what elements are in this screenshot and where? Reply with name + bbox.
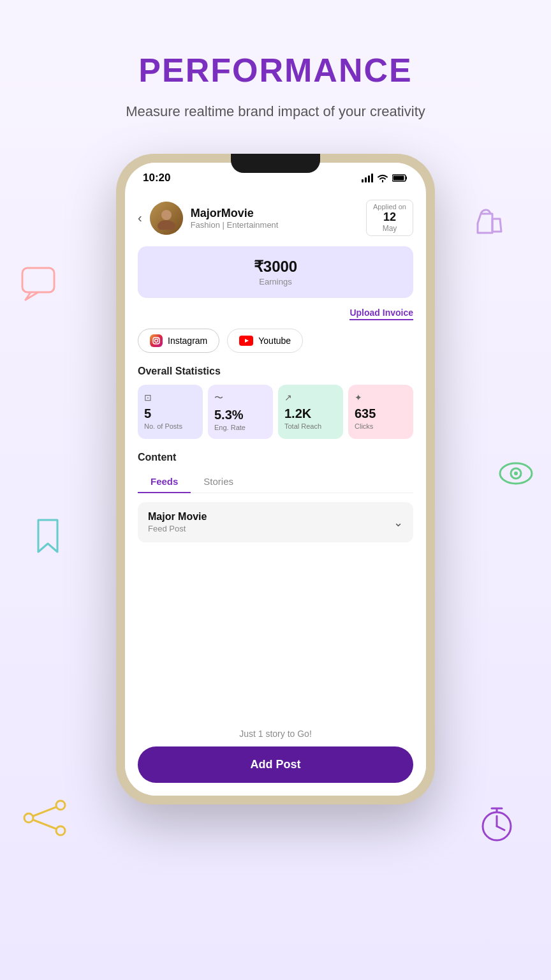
svg-point-23 [155,339,158,343]
story-hint: Just 1 story to Go! [138,729,413,739]
stat-posts-label: No. of Posts [144,422,196,430]
applied-month: May [373,224,406,233]
youtube-icon [239,336,253,346]
stats-grid: ⊡ 5 No. of Posts 〜 5.3% Eng. Rate ↗ 1.2K… [138,385,413,439]
tab-feeds[interactable]: Feeds [138,471,191,493]
platform-tabs: Instagram Youtube [138,329,413,353]
svg-line-11 [497,826,504,830]
avatar [150,202,183,235]
stat-card-posts: ⊡ 5 No. of Posts [138,385,203,439]
stat-reach-label: Total Reach [284,422,337,430]
stat-clicks-label: Clicks [355,422,407,430]
svg-line-8 [33,820,56,829]
stat-posts-icon: ⊡ [144,392,196,403]
earnings-card: ₹3000 Earnings [138,246,413,298]
wifi-icon [377,174,388,182]
battery-icon [392,174,408,182]
phone-frame: 10:20 [116,154,435,805]
stat-reach-value: 1.2K [284,406,337,421]
screen-content[interactable]: ‹ MajorMovie Fashion | Entertainment [125,184,426,729]
stat-clicks-value: 635 [355,406,407,421]
earnings-amount: ₹3000 [149,258,402,276]
svg-rect-17 [371,174,373,182]
profile-header: ‹ MajorMovie Fashion | Entertainment [138,200,413,236]
upload-invoice-link[interactable]: Upload Invoice [349,308,413,320]
stat-eng-icon: 〜 [214,392,267,404]
svg-rect-15 [365,177,367,182]
svg-point-6 [56,826,65,835]
campaign-item[interactable]: Major Movie Feed Post ⌄ [138,502,413,542]
page-subtitle: Measure realtime brand impact of your cr… [0,101,551,122]
profile-category: Fashion | Entertainment [191,220,358,230]
svg-point-9 [483,812,511,840]
youtube-label: Youtube [258,336,291,346]
svg-line-7 [33,807,56,816]
svg-point-4 [24,813,33,822]
campaign-name: Major Movie [148,511,207,523]
phone-notch [231,154,320,173]
avatar-person [155,207,178,230]
phone-mockup: 10:20 [0,154,551,805]
earnings-label: Earnings [149,277,402,286]
status-icons [362,174,408,182]
status-time: 10:20 [143,172,170,184]
stat-card-reach: ↗ 1.2K Total Reach [278,385,343,439]
stat-eng-label: Eng. Rate [214,424,267,431]
svg-point-21 [158,220,175,230]
bottom-section: Just 1 story to Go! Add Post [125,729,426,796]
add-post-button[interactable]: Add Post [138,746,413,783]
instagram-label: Instagram [168,336,207,346]
stat-card-engagement: 〜 5.3% Eng. Rate [208,385,273,439]
instagram-icon [150,334,163,347]
share-icon [22,799,67,840]
campaign-info: Major Movie Feed Post [148,511,207,533]
tab-stories[interactable]: Stories [191,471,246,493]
stat-reach-icon: ↗ [284,392,337,403]
content-section: Content Feeds Stories Major Movie Feed P… [138,452,413,542]
avatar-image [150,202,183,235]
platform-tab-instagram[interactable]: Instagram [138,329,219,353]
timer-icon [478,802,516,846]
svg-point-20 [161,210,172,220]
chevron-down-icon: ⌄ [393,516,403,530]
svg-rect-14 [362,179,364,182]
profile-info: MajorMovie Fashion | Entertainment [191,207,358,230]
svg-marker-25 [245,339,249,343]
stats-section-title: Overall Statistics [138,366,413,377]
stat-card-clicks: ✦ 635 Clicks [348,385,413,439]
stat-clicks-icon: ✦ [355,392,407,403]
applied-label: Applied on [373,203,406,211]
applied-box: Applied on 12 May [366,200,413,236]
content-section-title: Content [138,452,413,463]
platform-tab-youtube[interactable]: Youtube [227,329,303,353]
content-tabs: Feeds Stories [138,471,413,493]
page-title: PERFORMANCE [0,51,551,89]
page-header: PERFORMANCE Measure realtime brand impac… [0,0,551,122]
upload-invoice-container: Upload Invoice [138,307,413,318]
svg-rect-19 [393,176,404,181]
profile-name: MajorMovie [191,207,358,220]
stat-eng-value: 5.3% [214,408,267,422]
campaign-type: Feed Post [148,524,207,533]
applied-date: 12 [373,211,406,224]
back-button[interactable]: ‹ [138,211,142,225]
phone-screen: 10:20 [125,163,426,796]
signal-icon [362,174,373,182]
stat-posts-value: 5 [144,406,196,421]
svg-point-24 [158,338,159,339]
svg-rect-16 [368,175,370,182]
